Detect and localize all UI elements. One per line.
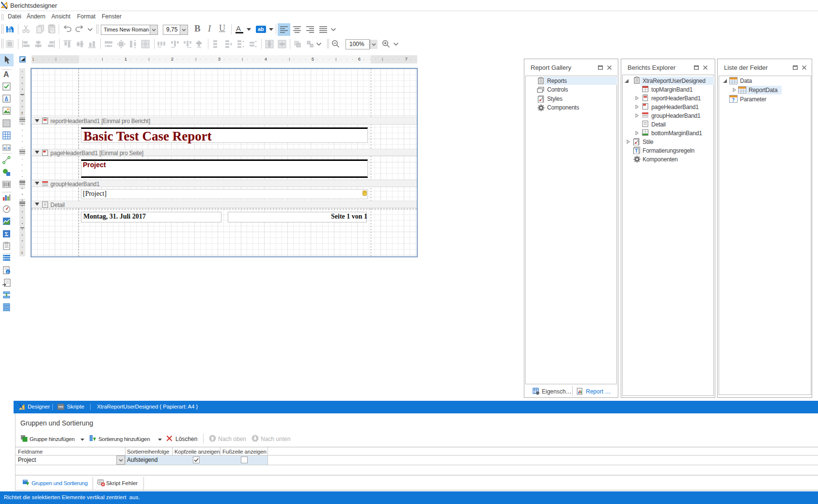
svg-text:a: a	[4, 146, 6, 150]
svg-text:A: A	[5, 96, 8, 101]
svg-text:i: i	[7, 270, 8, 274]
svg-text:b: b	[8, 146, 10, 150]
svg-text:T: T	[635, 148, 638, 154]
svg-text:?: ?	[732, 97, 735, 103]
svg-text:Σ: Σ	[5, 231, 9, 237]
